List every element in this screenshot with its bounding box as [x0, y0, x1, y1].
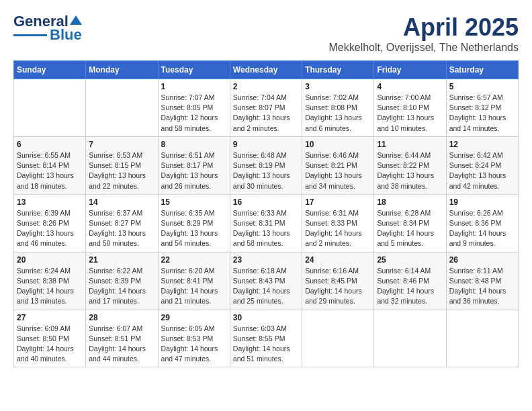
calendar-cell: 8Sunrise: 6:51 AM Sunset: 8:17 PM Daylig… — [158, 136, 230, 194]
day-detail: Sunrise: 6:18 AM Sunset: 8:43 PM Dayligh… — [233, 266, 299, 307]
day-number: 19 — [449, 197, 515, 207]
calendar-week-row: 27Sunrise: 6:09 AM Sunset: 8:50 PM Dayli… — [14, 310, 519, 367]
calendar-cell: 5Sunrise: 6:57 AM Sunset: 8:12 PM Daylig… — [446, 79, 518, 137]
calendar-title: April 2025 — [329, 13, 519, 42]
calendar-cell: 13Sunrise: 6:39 AM Sunset: 8:26 PM Dayli… — [14, 194, 86, 252]
day-detail: Sunrise: 6:39 AM Sunset: 8:26 PM Dayligh… — [17, 208, 83, 249]
day-detail: Sunrise: 6:57 AM Sunset: 8:12 PM Dayligh… — [449, 93, 515, 134]
calendar-cell: 21Sunrise: 6:22 AM Sunset: 8:39 PM Dayli… — [86, 252, 158, 310]
day-detail: Sunrise: 6:14 AM Sunset: 8:46 PM Dayligh… — [377, 266, 443, 307]
day-detail: Sunrise: 6:48 AM Sunset: 8:19 PM Dayligh… — [233, 150, 299, 191]
day-number: 15 — [161, 197, 227, 207]
day-detail: Sunrise: 6:05 AM Sunset: 8:53 PM Dayligh… — [161, 324, 227, 365]
calendar-week-row: 1Sunrise: 7:07 AM Sunset: 8:05 PM Daylig… — [14, 79, 519, 137]
svg-marker-0 — [70, 15, 82, 25]
day-number: 1 — [161, 82, 227, 91]
day-number: 27 — [17, 313, 83, 322]
calendar-cell: 6Sunrise: 6:55 AM Sunset: 8:14 PM Daylig… — [14, 136, 86, 194]
calendar-cell: 22Sunrise: 6:20 AM Sunset: 8:41 PM Dayli… — [158, 252, 230, 310]
calendar-cell — [446, 310, 518, 367]
calendar-cell: 23Sunrise: 6:18 AM Sunset: 8:43 PM Dayli… — [230, 252, 302, 310]
calendar-cell: 26Sunrise: 6:11 AM Sunset: 8:48 PM Dayli… — [446, 252, 518, 310]
calendar-cell — [302, 310, 374, 367]
day-detail: Sunrise: 6:44 AM Sunset: 8:22 PM Dayligh… — [377, 150, 443, 191]
day-detail: Sunrise: 6:11 AM Sunset: 8:48 PM Dayligh… — [449, 266, 515, 307]
day-number: 7 — [89, 140, 154, 149]
calendar-cell: 1Sunrise: 7:07 AM Sunset: 8:05 PM Daylig… — [158, 79, 230, 137]
day-number: 4 — [377, 82, 443, 91]
weekday-header: Monday — [86, 61, 158, 79]
day-detail: Sunrise: 6:16 AM Sunset: 8:45 PM Dayligh… — [305, 266, 371, 307]
weekday-header: Thursday — [302, 61, 374, 79]
day-number: 26 — [449, 255, 515, 265]
day-detail: Sunrise: 6:33 AM Sunset: 8:31 PM Dayligh… — [233, 208, 299, 249]
calendar-cell: 2Sunrise: 7:04 AM Sunset: 8:07 PM Daylig… — [230, 79, 302, 137]
day-number: 18 — [377, 197, 443, 207]
day-detail: Sunrise: 6:53 AM Sunset: 8:15 PM Dayligh… — [89, 150, 154, 191]
day-number: 6 — [17, 140, 83, 149]
weekday-header: Friday — [374, 61, 446, 79]
day-number: 14 — [89, 197, 154, 207]
day-detail: Sunrise: 6:31 AM Sunset: 8:33 PM Dayligh… — [305, 208, 371, 249]
calendar-week-row: 20Sunrise: 6:24 AM Sunset: 8:38 PM Dayli… — [14, 252, 519, 310]
calendar-cell: 14Sunrise: 6:37 AM Sunset: 8:27 PM Dayli… — [86, 194, 158, 252]
day-detail: Sunrise: 6:51 AM Sunset: 8:17 PM Dayligh… — [161, 150, 227, 191]
day-detail: Sunrise: 7:07 AM Sunset: 8:05 PM Dayligh… — [161, 93, 227, 134]
day-number: 9 — [233, 140, 299, 149]
calendar-cell: 28Sunrise: 6:07 AM Sunset: 8:51 PM Dayli… — [86, 310, 158, 367]
day-number: 11 — [377, 140, 443, 149]
title-block: April 2025 Mekkelholt, Overijssel, The N… — [329, 13, 519, 54]
calendar-header-row: SundayMondayTuesdayWednesdayThursdayFrid… — [14, 61, 519, 79]
day-number: 21 — [89, 255, 154, 265]
logo: General Blue — [13, 13, 82, 43]
day-detail: Sunrise: 6:09 AM Sunset: 8:50 PM Dayligh… — [17, 324, 83, 365]
day-number: 28 — [89, 313, 154, 322]
day-detail: Sunrise: 6:35 AM Sunset: 8:29 PM Dayligh… — [161, 208, 227, 249]
day-detail: Sunrise: 7:00 AM Sunset: 8:10 PM Dayligh… — [377, 93, 443, 134]
calendar-cell: 7Sunrise: 6:53 AM Sunset: 8:15 PM Daylig… — [86, 136, 158, 194]
day-detail: Sunrise: 7:04 AM Sunset: 8:07 PM Dayligh… — [233, 93, 299, 134]
logo-underline — [13, 34, 47, 36]
calendar-cell: 20Sunrise: 6:24 AM Sunset: 8:38 PM Dayli… — [14, 252, 86, 310]
calendar-subtitle: Mekkelholt, Overijssel, The Netherlands — [329, 42, 519, 54]
calendar-cell: 24Sunrise: 6:16 AM Sunset: 8:45 PM Dayli… — [302, 252, 374, 310]
day-detail: Sunrise: 6:03 AM Sunset: 8:55 PM Dayligh… — [233, 324, 299, 365]
calendar-week-row: 6Sunrise: 6:55 AM Sunset: 8:14 PM Daylig… — [14, 136, 519, 194]
calendar-cell: 25Sunrise: 6:14 AM Sunset: 8:46 PM Dayli… — [374, 252, 446, 310]
day-number: 3 — [305, 82, 371, 91]
day-detail: Sunrise: 6:22 AM Sunset: 8:39 PM Dayligh… — [89, 266, 154, 307]
calendar-cell: 18Sunrise: 6:28 AM Sunset: 8:34 PM Dayli… — [374, 194, 446, 252]
day-number: 5 — [449, 82, 515, 91]
calendar-cell: 30Sunrise: 6:03 AM Sunset: 8:55 PM Dayli… — [230, 310, 302, 367]
day-number: 12 — [449, 140, 515, 149]
weekday-header: Wednesday — [230, 61, 302, 79]
day-number: 23 — [233, 255, 299, 265]
calendar-cell: 3Sunrise: 7:02 AM Sunset: 8:08 PM Daylig… — [302, 79, 374, 137]
page-header: General Blue April 2025 Mekkelholt, Over… — [13, 13, 519, 54]
calendar-cell: 16Sunrise: 6:33 AM Sunset: 8:31 PM Dayli… — [230, 194, 302, 252]
calendar-cell: 15Sunrise: 6:35 AM Sunset: 8:29 PM Dayli… — [158, 194, 230, 252]
day-number: 29 — [161, 313, 227, 322]
calendar-cell: 9Sunrise: 6:48 AM Sunset: 8:19 PM Daylig… — [230, 136, 302, 194]
calendar-cell: 17Sunrise: 6:31 AM Sunset: 8:33 PM Dayli… — [302, 194, 374, 252]
day-number: 22 — [161, 255, 227, 265]
calendar-cell — [374, 310, 446, 367]
day-number: 13 — [17, 197, 83, 207]
calendar-cell: 29Sunrise: 6:05 AM Sunset: 8:53 PM Dayli… — [158, 310, 230, 367]
day-detail: Sunrise: 6:37 AM Sunset: 8:27 PM Dayligh… — [89, 208, 154, 249]
calendar-week-row: 13Sunrise: 6:39 AM Sunset: 8:26 PM Dayli… — [14, 194, 519, 252]
calendar-cell: 11Sunrise: 6:44 AM Sunset: 8:22 PM Dayli… — [374, 136, 446, 194]
calendar-cell: 4Sunrise: 7:00 AM Sunset: 8:10 PM Daylig… — [374, 79, 446, 137]
day-number: 10 — [305, 140, 371, 149]
day-detail: Sunrise: 6:42 AM Sunset: 8:24 PM Dayligh… — [449, 150, 515, 191]
day-number: 25 — [377, 255, 443, 265]
day-detail: Sunrise: 6:55 AM Sunset: 8:14 PM Dayligh… — [17, 150, 83, 191]
calendar-cell: 27Sunrise: 6:09 AM Sunset: 8:50 PM Dayli… — [14, 310, 86, 367]
weekday-header: Sunday — [14, 61, 86, 79]
day-number: 16 — [233, 197, 299, 207]
day-detail: Sunrise: 6:28 AM Sunset: 8:34 PM Dayligh… — [377, 208, 443, 249]
day-detail: Sunrise: 7:02 AM Sunset: 8:08 PM Dayligh… — [305, 93, 371, 134]
weekday-header: Tuesday — [158, 61, 230, 79]
day-number: 30 — [233, 313, 299, 322]
day-number: 20 — [17, 255, 83, 265]
